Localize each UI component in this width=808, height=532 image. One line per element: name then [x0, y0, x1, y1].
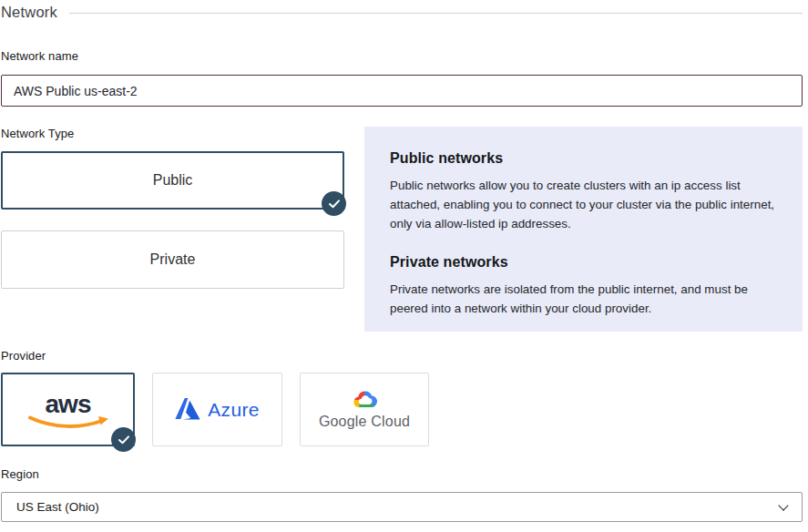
network-type-option-private[interactable]: Private — [1, 230, 344, 289]
network-type-private-text: Private — [150, 251, 196, 268]
network-name-label: Network name — [1, 49, 803, 63]
section-divider — [69, 13, 803, 14]
network-form-section: Network Network name Network Type Public… — [0, 0, 808, 522]
public-networks-description: Public networks allow you to create clus… — [390, 176, 777, 234]
page-title: Network — [1, 4, 57, 21]
check-icon — [111, 427, 136, 452]
region-label: Region — [1, 467, 803, 481]
chevron-down-icon — [778, 500, 788, 510]
network-name-input[interactable] — [1, 75, 803, 107]
network-type-column: Network Type Public Private — [1, 127, 344, 332]
network-type-label: Network Type — [1, 127, 344, 140]
network-type-row: Network Type Public Private Public netwo… — [1, 127, 803, 332]
aws-smile-icon — [26, 415, 110, 429]
provider-options-row: aws Azure — [1, 373, 803, 446]
check-icon — [322, 191, 346, 216]
provider-option-aws[interactable]: aws — [1, 373, 135, 446]
region-selected-value: US East (Ohio) — [16, 500, 99, 514]
network-type-public-text: Public — [153, 172, 193, 189]
aws-logo: aws — [46, 392, 91, 417]
public-networks-heading: Public networks — [390, 150, 777, 167]
network-info-panel: Public networks Public networks allow yo… — [364, 127, 803, 332]
section-header: Network — [1, 4, 803, 21]
private-networks-heading: Private networks — [390, 254, 777, 271]
google-cloud-logo-text: Google Cloud — [319, 414, 410, 430]
google-cloud-logo-icon — [351, 389, 378, 411]
azure-logo-text: Azure — [208, 399, 259, 421]
provider-option-google-cloud[interactable]: Google Cloud — [300, 373, 429, 446]
provider-label: Provider — [1, 349, 803, 363]
azure-logo-icon — [175, 398, 200, 421]
network-type-option-public[interactable]: Public — [1, 151, 344, 210]
private-networks-description: Private networks are isolated from the p… — [390, 280, 777, 318]
provider-option-azure[interactable]: Azure — [152, 373, 282, 446]
region-select[interactable]: US East (Ohio) — [1, 492, 803, 522]
